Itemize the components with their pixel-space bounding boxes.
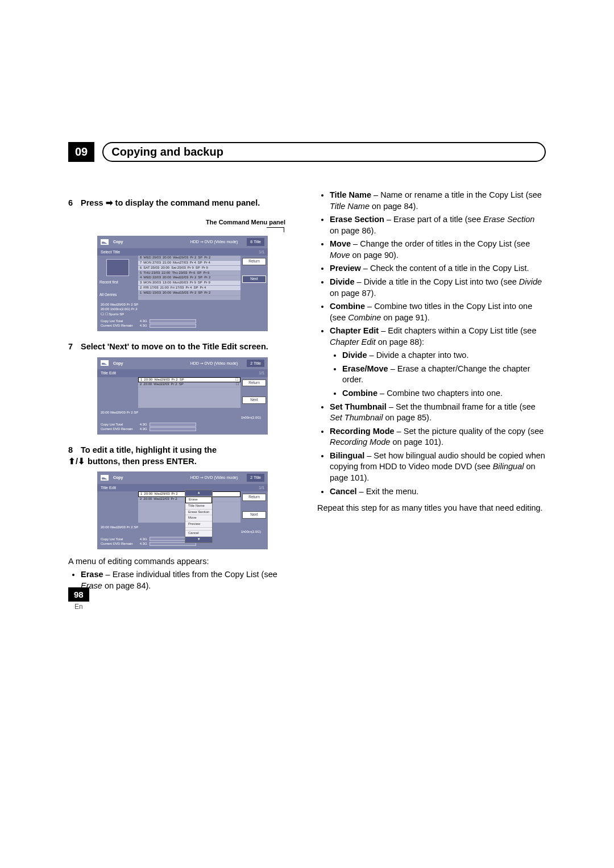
edit-menu-intro: A menu of editing commands appears:	[68, 556, 297, 567]
chapter-title: Copying and backup	[102, 142, 546, 162]
copy-icon	[101, 475, 109, 481]
next-button[interactable]: Next	[242, 511, 266, 519]
page-number: 98	[68, 587, 89, 602]
page-footer: 98 En	[68, 587, 89, 611]
copy-icon	[101, 360, 109, 366]
erase-section-item: Erase Section – Erase part of a title (s…	[330, 214, 546, 236]
context-menu[interactable]: ▲ Erase Title Name Erase Section Move Pr…	[185, 490, 213, 542]
recording-mode-item: Recording Mode – Set the picture quality…	[330, 426, 546, 448]
closing-note: Repeat this step for as many titles you …	[317, 503, 546, 514]
step-7: 7 Select 'Next' to move on to the Title …	[68, 341, 297, 353]
step-6: 6 Press ➡ to display the command menu pa…	[68, 198, 297, 209]
title-name-item: Title Name – Name or rename a title in t…	[330, 190, 546, 212]
page-lang: En	[68, 603, 89, 611]
bilingual-item: Bilingual – Set how bilingual audio shou…	[330, 450, 546, 484]
divide-item: Divide – Divide a title in the Copy List…	[330, 277, 546, 299]
callout-line	[267, 227, 284, 232]
set-thumbnail-item: Set Thumbnail – Set the thumbnail frame …	[330, 402, 546, 424]
next-button[interactable]: Next	[242, 276, 266, 283]
screenshot-select-title: Copy HDD ➞ DVD (Video mode) 8 Title Sele…	[97, 236, 268, 331]
next-button[interactable]: Next	[242, 397, 266, 404]
screenshot-title-edit: Copy HDD ➞ DVD (Video mode) 2 Title Titl…	[97, 357, 268, 435]
return-button[interactable]: Return	[242, 494, 266, 501]
chapter-number: 09	[68, 142, 94, 162]
screenshot-edit-menu: Copy HDD ➞ DVD (Video mode) 2 Title Titl…	[97, 471, 268, 549]
thumbnail-placeholder	[106, 259, 129, 276]
chapter-header: 09 Copying and backup	[68, 142, 546, 162]
command-menu-label: The Command Menu panel	[68, 218, 285, 227]
title-table: 8WED 29/0320:00Wed29/03Pr 2SPPr 2 7MON 2…	[138, 256, 240, 300]
return-button[interactable]: Return	[242, 258, 266, 265]
erase-item: Erase – Erase individual titles from the…	[81, 569, 297, 591]
combine-item: Combine – Combine two titles in the Copy…	[330, 301, 546, 323]
move-item: Move – Change the order of titles in the…	[330, 239, 546, 261]
chapter-edit-item: Chapter Edit – Edit chapters within a Co…	[330, 326, 546, 399]
step-8: 8 To edit a title, highlight it using th…	[68, 445, 297, 467]
return-button[interactable]: Return	[242, 379, 266, 387]
left-column: 6 Press ➡ to display the command menu pa…	[68, 187, 297, 594]
cancel-item: Cancel – Exit the menu.	[330, 486, 546, 498]
right-column: Title Name – Name or rename a title in t…	[317, 187, 546, 594]
copy-icon	[101, 239, 109, 245]
preview-item: Preview – Check the content of a title i…	[330, 263, 546, 274]
